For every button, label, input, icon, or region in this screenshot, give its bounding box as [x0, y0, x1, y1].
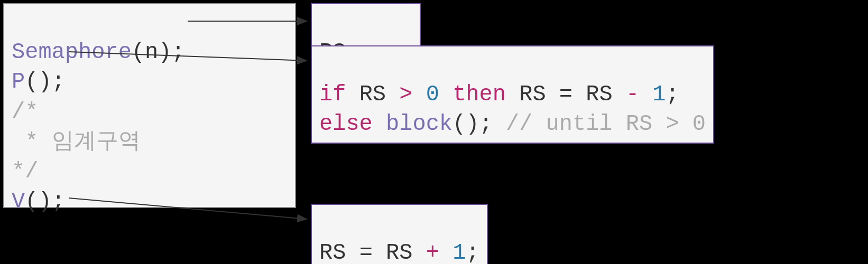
comment-open: /*: [12, 99, 38, 125]
token-eq: =: [359, 240, 373, 264]
token-rs: RS: [586, 82, 612, 107]
token-rs: RS: [319, 240, 346, 264]
token-rs: RS: [386, 240, 412, 264]
main-code-box: Semaphore(n); P(); /* * 임계구역 */ V();: [3, 3, 296, 208]
token-semi: ;: [479, 111, 493, 137]
token-semi: ;: [52, 189, 65, 214]
token-arg-n: n: [145, 40, 158, 65]
token-rs: RS: [359, 82, 386, 107]
token-semi: ;: [52, 69, 65, 95]
comment-until: // until RS > 0: [506, 111, 706, 137]
token-eq: =: [559, 82, 572, 107]
token-semi: ;: [666, 82, 679, 107]
token-v: V: [12, 189, 25, 214]
token-plus: +: [426, 240, 439, 264]
token-else: else: [319, 111, 373, 137]
token-semi: ;: [172, 40, 185, 65]
token-parens: (): [453, 111, 479, 137]
token-one: 1: [652, 82, 666, 107]
token-gt: >: [399, 82, 412, 107]
token-p: P: [12, 69, 25, 95]
token-paren-open: (: [132, 40, 145, 65]
token-parens: (): [25, 189, 51, 214]
token-parens: (): [25, 69, 51, 95]
expansion-box-p: if RS > 0 then RS = RS - 1; else block()…: [311, 45, 714, 144]
token-then: then: [453, 82, 506, 107]
token-zero: 0: [426, 82, 439, 107]
token-semi: ;: [466, 240, 479, 264]
token-paren-close: ): [158, 40, 171, 65]
comment-text: * 임계구역: [12, 129, 141, 155]
token-one: 1: [453, 240, 466, 264]
token-block: block: [386, 111, 453, 137]
token-rs: RS: [519, 82, 546, 107]
expansion-box-v: RS = RS + 1; wake_up();: [311, 204, 488, 264]
token-semaphore: Semaphore: [12, 40, 132, 65]
token-if: if: [319, 82, 346, 107]
comment-close: */: [12, 159, 38, 184]
token-minus: -: [626, 82, 639, 107]
